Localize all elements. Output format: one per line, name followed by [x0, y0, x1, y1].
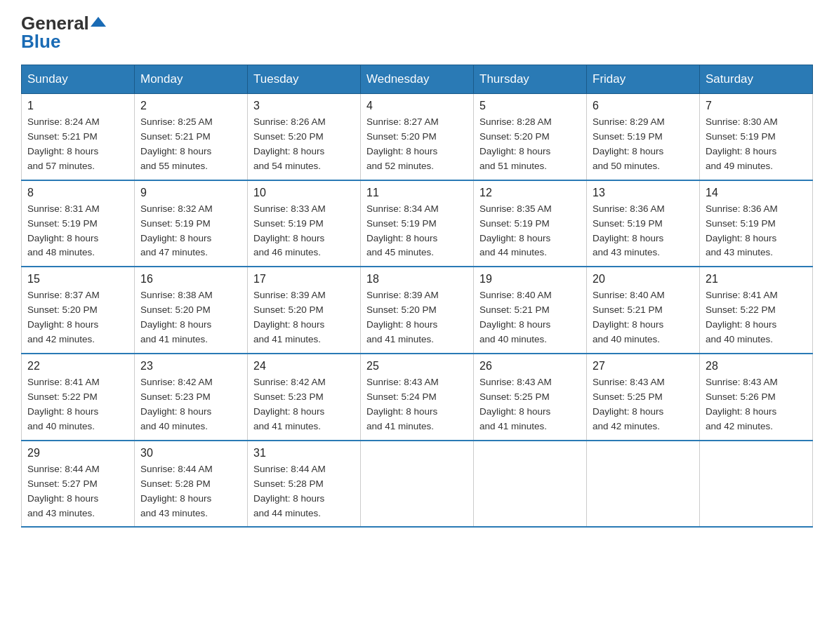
day-number: 28: [706, 360, 807, 373]
day-number: 5: [479, 100, 581, 112]
day-info: Sunrise: 8:41 AMSunset: 5:22 PMDaylight:…: [27, 375, 128, 434]
day-info: Sunrise: 8:33 AMSunset: 5:19 PMDaylight:…: [253, 202, 355, 261]
calendar-cell: 31Sunrise: 8:44 AMSunset: 5:28 PMDayligh…: [248, 441, 361, 528]
calendar-week-5: 29Sunrise: 8:44 AMSunset: 5:27 PMDayligh…: [22, 441, 813, 528]
day-number: 29: [27, 447, 128, 459]
header-saturday: Saturday: [700, 65, 813, 94]
day-info: Sunrise: 8:28 AMSunset: 5:20 PMDaylight:…: [479, 115, 581, 174]
calendar-cell: 16Sunrise: 8:38 AMSunset: 5:20 PMDayligh…: [135, 267, 248, 354]
calendar-week-4: 22Sunrise: 8:41 AMSunset: 5:22 PMDayligh…: [22, 354, 813, 441]
header-friday: Friday: [587, 65, 700, 94]
day-info: Sunrise: 8:26 AMSunset: 5:20 PMDaylight:…: [253, 115, 355, 174]
calendar-cell: 4Sunrise: 8:27 AMSunset: 5:20 PMDaylight…: [361, 94, 474, 180]
calendar-cell: 3Sunrise: 8:26 AMSunset: 5:20 PMDaylight…: [248, 94, 361, 180]
calendar-cell: [700, 441, 813, 528]
calendar-cell: 22Sunrise: 8:41 AMSunset: 5:22 PMDayligh…: [22, 354, 135, 441]
day-number: 4: [366, 100, 468, 112]
calendar-cell: 28Sunrise: 8:43 AMSunset: 5:26 PMDayligh…: [700, 354, 813, 441]
logo-blue: Blue: [21, 32, 60, 51]
day-info: Sunrise: 8:29 AMSunset: 5:19 PMDaylight:…: [593, 115, 694, 174]
calendar-cell: 2Sunrise: 8:25 AMSunset: 5:21 PMDaylight…: [135, 94, 248, 180]
day-info: Sunrise: 8:34 AMSunset: 5:19 PMDaylight:…: [366, 202, 468, 261]
calendar-cell: 7Sunrise: 8:30 AMSunset: 5:19 PMDaylight…: [700, 94, 813, 180]
day-number: 3: [253, 100, 355, 112]
calendar-cell: 18Sunrise: 8:39 AMSunset: 5:20 PMDayligh…: [361, 267, 474, 354]
day-number: 10: [253, 187, 355, 199]
header-tuesday: Tuesday: [248, 65, 361, 94]
day-number: 24: [253, 360, 355, 373]
day-info: Sunrise: 8:40 AMSunset: 5:21 PMDaylight:…: [593, 288, 694, 347]
day-number: 25: [366, 360, 468, 373]
calendar-cell: 27Sunrise: 8:43 AMSunset: 5:25 PMDayligh…: [587, 354, 700, 441]
day-number: 31: [253, 447, 355, 459]
day-number: 8: [27, 187, 128, 199]
calendar-week-1: 1Sunrise: 8:24 AMSunset: 5:21 PMDaylight…: [22, 94, 813, 180]
day-info: Sunrise: 8:30 AMSunset: 5:19 PMDaylight:…: [706, 115, 807, 174]
day-number: 30: [140, 447, 241, 459]
day-number: 20: [593, 273, 694, 286]
calendar-table: SundayMondayTuesdayWednesdayThursdayFrid…: [21, 65, 813, 528]
day-number: 22: [27, 360, 128, 373]
logo-icon: [91, 14, 106, 29]
day-info: Sunrise: 8:40 AMSunset: 5:21 PMDaylight:…: [479, 288, 581, 347]
day-number: 13: [593, 187, 694, 199]
calendar-cell: 11Sunrise: 8:34 AMSunset: 5:19 PMDayligh…: [361, 180, 474, 267]
calendar-cell: 8Sunrise: 8:31 AMSunset: 5:19 PMDaylight…: [22, 180, 135, 267]
calendar-cell: 25Sunrise: 8:43 AMSunset: 5:24 PMDayligh…: [361, 354, 474, 441]
day-number: 21: [706, 273, 807, 286]
day-info: Sunrise: 8:36 AMSunset: 5:19 PMDaylight:…: [593, 202, 694, 261]
day-number: 18: [366, 273, 468, 286]
calendar-cell: 21Sunrise: 8:41 AMSunset: 5:22 PMDayligh…: [700, 267, 813, 354]
day-info: Sunrise: 8:44 AMSunset: 5:28 PMDaylight:…: [253, 462, 355, 521]
logo: General Blue: [21, 14, 106, 51]
day-info: Sunrise: 8:44 AMSunset: 5:27 PMDaylight:…: [27, 462, 128, 521]
day-number: 27: [593, 360, 694, 373]
calendar-cell: 5Sunrise: 8:28 AMSunset: 5:20 PMDaylight…: [474, 94, 587, 180]
day-info: Sunrise: 8:38 AMSunset: 5:20 PMDaylight:…: [140, 288, 241, 347]
day-number: 11: [366, 187, 468, 199]
calendar-cell: 26Sunrise: 8:43 AMSunset: 5:25 PMDayligh…: [474, 354, 587, 441]
day-number: 12: [479, 187, 581, 199]
day-number: 15: [27, 273, 128, 286]
header-wednesday: Wednesday: [361, 65, 474, 94]
calendar-cell: [361, 441, 474, 528]
calendar-cell: 10Sunrise: 8:33 AMSunset: 5:19 PMDayligh…: [248, 180, 361, 267]
day-info: Sunrise: 8:39 AMSunset: 5:20 PMDaylight:…: [366, 288, 468, 347]
day-info: Sunrise: 8:31 AMSunset: 5:19 PMDaylight:…: [27, 202, 128, 261]
calendar-week-3: 15Sunrise: 8:37 AMSunset: 5:20 PMDayligh…: [22, 267, 813, 354]
day-number: 7: [706, 100, 807, 112]
day-number: 6: [593, 100, 694, 112]
day-number: 26: [479, 360, 581, 373]
day-info: Sunrise: 8:35 AMSunset: 5:19 PMDaylight:…: [479, 202, 581, 261]
day-number: 14: [706, 187, 807, 199]
day-number: 1: [27, 100, 128, 112]
day-number: 2: [140, 100, 241, 112]
page-header: General Blue: [21, 14, 813, 51]
day-info: Sunrise: 8:36 AMSunset: 5:19 PMDaylight:…: [706, 202, 807, 261]
calendar-cell: 15Sunrise: 8:37 AMSunset: 5:20 PMDayligh…: [22, 267, 135, 354]
day-info: Sunrise: 8:44 AMSunset: 5:28 PMDaylight:…: [140, 462, 241, 521]
day-info: Sunrise: 8:32 AMSunset: 5:19 PMDaylight:…: [140, 202, 241, 261]
day-info: Sunrise: 8:43 AMSunset: 5:26 PMDaylight:…: [706, 375, 807, 434]
calendar-cell: 6Sunrise: 8:29 AMSunset: 5:19 PMDaylight…: [587, 94, 700, 180]
calendar-week-2: 8Sunrise: 8:31 AMSunset: 5:19 PMDaylight…: [22, 180, 813, 267]
day-info: Sunrise: 8:24 AMSunset: 5:21 PMDaylight:…: [27, 115, 128, 174]
calendar-cell: 9Sunrise: 8:32 AMSunset: 5:19 PMDaylight…: [135, 180, 248, 267]
calendar-cell: 23Sunrise: 8:42 AMSunset: 5:23 PMDayligh…: [135, 354, 248, 441]
day-number: 17: [253, 273, 355, 286]
day-number: 23: [140, 360, 241, 373]
day-info: Sunrise: 8:27 AMSunset: 5:20 PMDaylight:…: [366, 115, 468, 174]
header-thursday: Thursday: [474, 65, 587, 94]
logo-general: General: [21, 14, 89, 32]
day-number: 19: [479, 273, 581, 286]
day-info: Sunrise: 8:37 AMSunset: 5:20 PMDaylight:…: [27, 288, 128, 347]
calendar-cell: 29Sunrise: 8:44 AMSunset: 5:27 PMDayligh…: [22, 441, 135, 528]
calendar-cell: 19Sunrise: 8:40 AMSunset: 5:21 PMDayligh…: [474, 267, 587, 354]
svg-marker-0: [91, 17, 106, 27]
day-info: Sunrise: 8:42 AMSunset: 5:23 PMDaylight:…: [140, 375, 241, 434]
calendar-cell: 17Sunrise: 8:39 AMSunset: 5:20 PMDayligh…: [248, 267, 361, 354]
calendar-header-row: SundayMondayTuesdayWednesdayThursdayFrid…: [22, 65, 813, 94]
day-info: Sunrise: 8:25 AMSunset: 5:21 PMDaylight:…: [140, 115, 241, 174]
day-info: Sunrise: 8:43 AMSunset: 5:25 PMDaylight:…: [479, 375, 581, 434]
calendar-cell: [474, 441, 587, 528]
